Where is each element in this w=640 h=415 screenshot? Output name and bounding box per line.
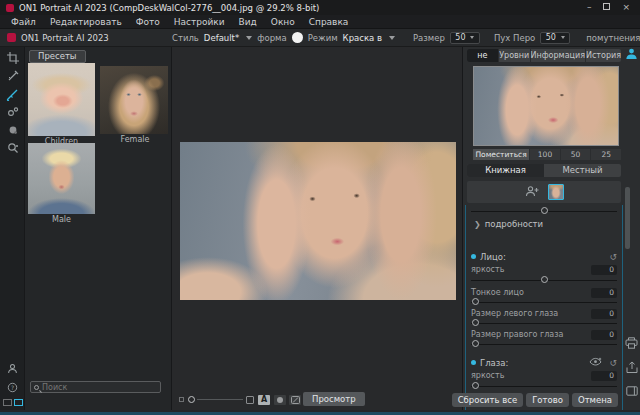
shape-label: форма [257,33,286,43]
slider-row: яркость 0 [471,264,617,275]
tab-portrait[interactable]: Книжная [467,164,544,177]
tab-info[interactable]: Информация [531,49,586,62]
value-box[interactable]: 0 [591,371,617,381]
menu-help[interactable]: Справка [302,15,356,29]
slider-left-eye-size[interactable] [471,323,617,324]
menu-file[interactable]: Файл [4,15,43,29]
preset-label-female: Female [101,135,169,144]
size-input[interactable]: 50 [450,32,480,44]
window-title: ON1 Portrait AI 2023 (CompDeskWalCol-277… [19,3,319,13]
details-toggle[interactable]: ❯ подробности [474,219,543,229]
tool-options-bar: ON1 Portrait AI 2023 Стиль Default* форм… [0,29,640,47]
main-photo[interactable] [180,142,456,300]
menu-photo[interactable]: Фото [129,15,167,29]
size-label: Размер [413,33,445,43]
face-brush-tool-icon[interactable] [4,87,21,101]
master-slider[interactable] [471,211,617,212]
menu-settings[interactable]: Настройки [167,15,232,29]
section-eyes-header[interactable]: Глаза: ↺ [471,357,617,368]
mode-label: Режим [308,33,338,43]
presets-button[interactable]: Пресеты [29,50,86,63]
menu-edit[interactable]: Редактировать [43,15,129,29]
search-input[interactable] [42,383,142,392]
section-face-header[interactable]: Лицо: ↺ [471,251,617,262]
export-icon[interactable] [626,361,638,376]
brush-shape-icon[interactable] [292,32,303,43]
mode-chevron-icon[interactable] [389,36,395,40]
panel-scrollbar[interactable] [625,187,630,249]
zoom-25-button[interactable]: 25 [591,149,621,160]
title-bar: ON1 Portrait AI 2023 (CompDeskWalCol-277… [0,0,640,15]
zoom-slider-knob[interactable] [188,396,195,403]
close-button[interactable]: × [622,0,630,15]
panel-toggle-icon[interactable] [626,386,638,398]
style-value[interactable]: Default* [204,33,239,43]
faces-row [467,181,621,203]
adjustments-pane: ❯ подробности Лицо: ↺ яркость 0 Тонкое л… [465,205,623,410]
app-window: ON1 Portrait AI 2023 (CompDeskWalCol-277… [0,0,640,415]
preset-thumb-female[interactable] [100,66,168,134]
chevron-right-icon: ❯ [474,220,481,229]
mask-view-button[interactable] [274,395,286,405]
menu-window[interactable]: Окно [264,15,302,29]
preset-thumb-children[interactable] [28,63,95,136]
account-icon[interactable] [4,361,21,375]
slider-right-eye-size[interactable] [471,344,617,345]
compare-button[interactable] [289,395,301,405]
view-zoom-tool-icon[interactable] [4,141,21,155]
canvas-area[interactable]: A Просмотр [172,47,462,410]
tab-history[interactable]: История [586,49,621,62]
tab-local[interactable]: Местный [544,164,621,177]
reset-icon[interactable]: ↺ [609,358,617,368]
zoom-fit-button[interactable]: Поместиться [473,149,529,160]
crop-tool-icon[interactable] [4,51,21,65]
cancel-button[interactable]: Отмена [572,393,618,407]
maximize-button[interactable] [603,3,610,10]
layout-right-icon[interactable] [14,399,23,406]
value-box[interactable]: 0 [591,309,617,319]
reset-icon[interactable]: ↺ [609,252,617,262]
tab-navigator[interactable]: не [467,49,499,62]
detected-face-thumb[interactable] [548,184,564,200]
preset-search[interactable] [30,381,161,393]
feather-label: Пух Перо [494,33,535,43]
value-box[interactable]: 0 [591,288,617,298]
help-icon[interactable]: ? [4,380,21,394]
reset-all-button[interactable]: Сбросить все [452,393,524,407]
zoom-100-button[interactable]: 100 [530,149,560,160]
text-overlay-button[interactable]: A [258,395,270,405]
slider-thin-face[interactable] [471,302,617,303]
clone-tool-icon[interactable] [4,105,21,119]
print-icon[interactable] [625,337,638,351]
zoom-50-button[interactable]: 50 [561,149,591,160]
zoom-slider-track[interactable] [197,399,243,400]
value-box[interactable]: 0 [591,330,617,340]
mode-value[interactable]: Краска в [343,33,382,43]
style-chevron-icon[interactable] [246,36,252,40]
retouch-tool-icon[interactable] [4,69,21,83]
feather-input[interactable]: 50 [540,32,570,44]
show-mask-checkbox[interactable] [246,396,254,404]
preset-thumb-male[interactable] [28,143,95,214]
eye-add-icon[interactable] [589,357,602,368]
tool-sidebar: ? [0,47,25,410]
navigator-preview[interactable] [473,66,619,146]
preview-button[interactable]: Просмотр [303,392,365,406]
value-box[interactable]: 0 [591,265,617,275]
menu-view[interactable]: Вид [232,15,264,29]
enabled-dot-icon[interactable] [471,254,476,259]
healing-tool-icon[interactable] [4,123,21,137]
pane-footer: Сбросить все Готово Отмена [452,393,618,407]
right-icon-rail [624,337,639,398]
slider-brightness[interactable] [471,280,617,281]
layout-left-icon[interactable] [3,399,12,406]
done-button[interactable]: Готово [526,393,569,407]
minimize-button[interactable]: – [587,0,592,15]
zoom-out-icon[interactable] [179,397,184,402]
profile-icon[interactable] [625,47,638,62]
enabled-dot-icon[interactable] [471,360,476,365]
add-face-icon[interactable] [525,185,539,200]
tab-levels[interactable]: Уровни [499,49,531,62]
slider-eyes-brightness[interactable] [471,386,617,387]
zoom-level-buttons: Поместиться 100 50 25 [473,149,621,160]
